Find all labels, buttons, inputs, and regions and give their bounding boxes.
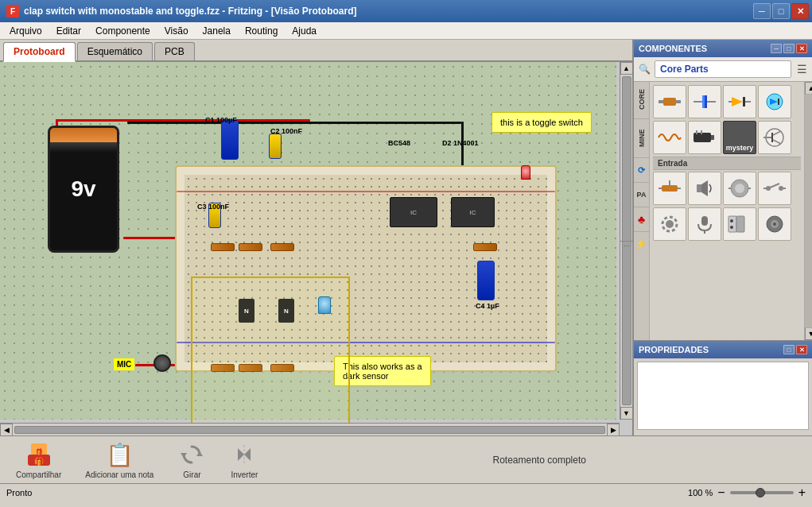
component-coil[interactable] — [653, 121, 686, 154]
share-label: Compartilhar — [16, 470, 61, 479]
toolbar-status: Roteamento completo — [282, 455, 796, 466]
flip-label: Inverter — [231, 470, 258, 479]
search-icon: 🔍 — [637, 60, 651, 78]
bc548-label: BC548 — [388, 139, 410, 147]
svg-marker-54 — [181, 453, 187, 458]
c4-label: C4 1µF — [476, 302, 499, 310]
side-icon-red[interactable]: ♣ — [635, 212, 649, 226]
svg-text:🎁: 🎁 — [35, 447, 43, 455]
zoom-plus-button[interactable]: + — [798, 486, 806, 499]
tab-protoboard[interactable]: Protoboard — [3, 42, 76, 62]
tabbar: Protoboard Esquemático PCB — [0, 40, 632, 62]
scroll-h-thumb[interactable] — [14, 426, 605, 434]
component-resistor[interactable] — [653, 85, 686, 118]
callout-toggle: this is a toggle switch — [491, 112, 592, 133]
flip-button[interactable]: Inverter — [230, 440, 258, 479]
add-note-button[interactable]: 📋 Adicionar uma nota — [85, 440, 153, 479]
props-max-button[interactable]: □ — [783, 345, 795, 354]
maximize-button[interactable]: □ — [772, 3, 790, 19]
menu-janela[interactable]: Janela — [196, 24, 237, 38]
component-led[interactable] — [758, 85, 791, 118]
svg-line-37 — [768, 184, 779, 188]
window-title: clap switch with monostable and toggle.f… — [24, 6, 356, 17]
menubar: Arquivo Editar Componente Visão Janela R… — [0, 22, 812, 40]
svg-rect-20 — [771, 133, 773, 142]
horizontal-scrollbar: ◀ ▶ — [0, 423, 620, 435]
battery-stripe — [50, 128, 117, 142]
component-battery[interactable] — [688, 121, 721, 154]
component-speaker[interactable] — [688, 172, 721, 205]
core-parts-label: Core Parts — [655, 60, 791, 78]
svg-rect-0 — [659, 100, 663, 103]
svg-point-48 — [773, 223, 776, 226]
note-icon: 📋 — [105, 440, 134, 469]
battery: 9v — [48, 126, 119, 253]
svg-rect-8 — [743, 97, 745, 106]
components-grid: mystery Entrada — [650, 82, 804, 340]
components-panel-header: COMPONENTES ─ □ ✕ — [634, 40, 812, 57]
components-row-4 — [653, 207, 801, 241]
components-scrollbar: ▲ ▼ — [804, 82, 812, 340]
side-icon-core[interactable]: CORE — [635, 85, 649, 114]
props-close-button[interactable]: ✕ — [796, 345, 807, 354]
zoom-controls: 100 % − + — [688, 486, 806, 499]
scroll-up-button[interactable]: ▲ — [620, 62, 633, 75]
component-mic[interactable] — [688, 207, 721, 241]
zoom-thumb[interactable] — [756, 488, 765, 497]
menu-visao[interactable]: Visão — [158, 24, 195, 38]
search-bar: 🔍 Core Parts ☰ — [634, 57, 812, 82]
svg-line-21 — [773, 131, 781, 135]
svg-marker-53 — [196, 451, 203, 456]
zoom-slider[interactable] — [730, 491, 794, 494]
side-icon-pa[interactable]: PA — [635, 188, 649, 202]
circuit-background[interactable]: 9v C1 100µF C2 100nF C3 100nF — [0, 62, 616, 420]
led-red — [521, 165, 530, 180]
scroll-down-button[interactable]: ▼ — [620, 407, 633, 420]
svg-rect-27 — [697, 184, 701, 192]
comp-scroll-down[interactable]: ▼ — [805, 327, 812, 340]
component-capacitor[interactable] — [688, 85, 721, 118]
menu-editar[interactable]: Editar — [50, 24, 87, 38]
rotate-button[interactable]: Girar — [177, 440, 206, 479]
scroll-right-button[interactable]: ▶ — [607, 424, 620, 436]
tab-pcb[interactable]: PCB — [154, 42, 195, 60]
component-diode[interactable] — [723, 85, 756, 118]
comp-scroll-thumb[interactable] — [805, 95, 812, 327]
vertical-scrollbar: ▲ ⋯ ▼ — [620, 62, 632, 420]
flip-icon — [230, 440, 258, 469]
capacitor-c1 — [221, 120, 239, 160]
comp-scroll-up[interactable]: ▲ — [805, 82, 812, 95]
share-button[interactable]: 🎁 🎁 Compartilhar — [16, 440, 61, 479]
zoom-minus-button[interactable]: − — [717, 486, 725, 499]
panel-max-button[interactable]: □ — [783, 44, 795, 53]
tab-esquematico[interactable]: Esquemático — [77, 42, 153, 60]
panel-close-button[interactable]: ✕ — [796, 44, 807, 53]
section-entrada: Entrada — [653, 157, 801, 170]
component-gear[interactable] — [653, 207, 686, 241]
svg-point-38 — [666, 220, 674, 228]
svg-point-44 — [730, 219, 733, 223]
component-transistor[interactable] — [758, 121, 791, 154]
menu-arquivo[interactable]: Arquivo — [3, 24, 49, 38]
scroll-left-button[interactable]: ◀ — [0, 424, 13, 436]
panel-menu-icon[interactable]: ☰ — [795, 60, 809, 78]
panel-min-button[interactable]: ─ — [771, 44, 782, 53]
menu-routing[interactable]: Routing — [239, 24, 284, 38]
component-motor[interactable] — [723, 172, 756, 205]
menu-componente[interactable]: Componente — [89, 24, 157, 38]
component-buzzer[interactable] — [758, 207, 791, 241]
menu-ajuda[interactable]: Ajuda — [286, 24, 323, 38]
component-mystery[interactable]: mystery — [723, 121, 756, 154]
minimize-button[interactable]: ─ — [753, 3, 771, 19]
component-pot[interactable] — [653, 172, 686, 205]
component-connector[interactable] — [723, 207, 756, 241]
wire-black-top — [127, 122, 461, 124]
close-button[interactable]: ✕ — [791, 3, 809, 19]
side-icon-mine[interactable]: MINE — [635, 124, 649, 153]
routing-status: Roteamento completo — [493, 455, 586, 466]
share-icon: 🎁 🎁 — [25, 440, 53, 469]
side-icon-arduino[interactable]: ⟳ — [635, 163, 649, 177]
component-switch[interactable] — [758, 172, 791, 205]
side-icon-spark[interactable]: ⚡ — [635, 237, 649, 251]
components-title: COMPONENTES — [639, 44, 707, 53]
